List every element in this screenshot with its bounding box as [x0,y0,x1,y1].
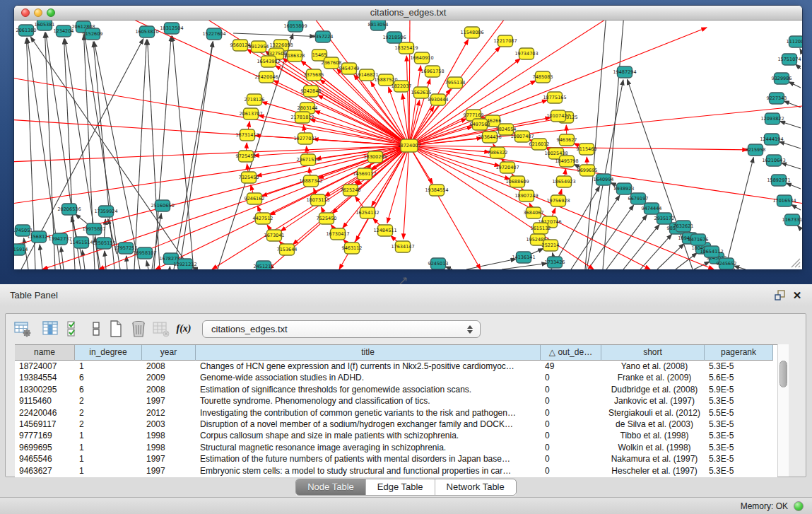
cell-in_degree[interactable]: 2 [75,419,142,430]
column-header-name[interactable]: name [15,345,75,361]
graph-node[interactable]: 9115460 [577,144,597,155]
cell-pagerank[interactable]: 5.3E-5 [705,430,773,441]
table-row[interactable]: 2242004622012Investigating the contribut… [15,407,773,419]
cell-pagerank[interactable]: 5.3E-5 [705,419,773,430]
graph-node[interactable]: 10688609 [505,176,529,187]
cell-title[interactable]: Corpus callosum shape and size in male p… [196,430,541,441]
cell-name[interactable]: 9465546 [15,453,75,465]
graph-node[interactable]: 17634147 [391,241,414,252]
graph-node[interactable]: 2451212 [254,261,274,269]
cell-out_degree[interactable]: 0 [541,442,601,453]
cell-in_degree[interactable]: 1 [75,430,142,441]
graph-node[interactable]: 18654923 [552,176,575,187]
cell-short[interactable]: Jankovic et al. (1997) [601,395,705,407]
cell-title[interactable]: Investigating the contribution of common… [196,407,541,419]
graph-node[interactable]: 19487294 [613,66,636,78]
graph-node[interactable]: 16210643 [762,155,785,166]
graph-node[interactable]: 18325419 [394,42,418,54]
graph-node[interactable]: 17359924 [94,206,117,217]
graph-node[interactable]: 9463112 [342,243,363,254]
graph-node[interactable]: 6216012 [529,139,550,150]
function-builder-icon[interactable]: f(x) [175,320,193,338]
graph-node[interactable]: 9152609 [83,28,103,40]
table-select-dropdown[interactable]: citations_edges.txt [202,320,481,338]
cell-in_degree[interactable]: 1 [75,361,142,372]
cell-pagerank[interactable]: 5.9E-5 [705,384,773,395]
graph-node[interactable]: 12444194 [760,134,783,145]
cell-short[interactable]: Dudbridge et al. (2008) [601,384,705,395]
network-window-titlebar[interactable]: citations_edges.txt [14,6,802,21]
cell-name[interactable]: 9463627 [15,465,75,477]
graph-node[interactable]: 18907249 [514,190,538,201]
cell-out_degree[interactable]: 0 [541,453,601,465]
new-file-icon[interactable] [107,320,125,338]
cell-in_degree[interactable]: 1 [75,442,142,453]
graph-node[interactable]: 16053809 [283,21,307,32]
cell-pagerank[interactable]: 5.3E-5 [705,361,773,372]
cell-pagerank[interactable]: 5.3E-5 [705,453,773,465]
graph-node[interactable]: 9246162 [245,193,265,204]
graph-node[interactable]: 16887342 [299,175,322,187]
cell-name[interactable]: 9115460 [15,395,75,407]
graph-node[interactable]: 9725452 [236,151,257,162]
cell-pagerank[interactable]: 5.3E-5 [705,465,773,477]
cell-out_degree[interactable]: 49 [541,361,601,372]
cell-out_degree[interactable]: 0 [541,430,601,441]
graph-node[interactable]: 18724007 [397,139,420,152]
cell-in_degree[interactable]: 2 [75,407,142,419]
graph-node[interactable]: 18312504 [160,23,183,34]
graph-node[interactable]: 20613707 [239,108,262,119]
cell-name[interactable]: 14569117 [15,419,75,430]
window-zoom-button[interactable] [47,8,55,17]
graph-node[interactable]: 7986322 [488,147,508,158]
table-row[interactable]: 946362711997Embryonic stem cells: a mode… [15,465,773,477]
graph-node[interactable]: 1640994 [594,174,614,185]
table-settings-icon[interactable] [13,320,32,338]
graph-node[interactable]: 7625240 [341,185,361,196]
cell-name[interactable]: 18300295 [15,384,75,395]
graph-node[interactable]: 1112004 [787,36,802,47]
cell-title[interactable]: Genome-wide association studies in ADHD. [196,372,541,383]
select-rows-icon[interactable] [66,320,84,338]
graph-node[interactable]: 1745051 [14,225,33,236]
column-header-title[interactable]: title [196,345,541,361]
show-columns-icon[interactable] [42,320,60,338]
graph-node[interactable]: 16640910 [410,52,433,64]
graph-node[interactable]: 19734703 [514,48,538,59]
trash-icon[interactable] [129,320,148,338]
graph-node[interactable]: 1234204 [54,25,74,37]
scrollbar-thumb[interactable] [779,361,787,387]
cell-title[interactable]: Changes of HCN gene expression and I(f) … [196,361,541,372]
cell-title[interactable]: Tourette syndrome. Phenomenology and cla… [196,395,541,407]
graph-node[interactable]: 7325450 [239,172,259,183]
graph-node[interactable]: 7632621 [673,221,694,232]
column-header-year[interactable]: year [142,345,196,361]
row-chooser-icon[interactable] [87,320,105,338]
column-header-pagerank[interactable]: pagerank [705,345,773,361]
graph-node[interactable]: 13942737 [48,233,71,245]
cell-title[interactable]: Embryonic stem cells: a model to study s… [196,465,541,477]
graph-node[interactable]: 9329986 [772,73,792,84]
graph-node[interactable]: 18731413 [235,129,259,141]
graph-node[interactable]: 8938923 [614,183,635,194]
graph-node[interactable]: 12093822 [760,113,784,124]
cell-short[interactable]: Franke et al. (2009) [601,372,705,383]
table-vertical-scrollbar[interactable] [777,344,789,477]
graph-node[interactable]: 19975887 [82,223,105,235]
graph-node[interactable]: 252214 [542,240,560,251]
graph-node[interactable]: 8471676 [688,234,709,245]
cell-year[interactable]: 2003 [142,419,196,430]
cell-year[interactable]: 2009 [142,372,196,383]
graph-node[interactable]: 20364436 [478,132,501,143]
cell-pagerank[interactable]: 5.3E-5 [705,442,773,453]
cell-year[interactable]: 1998 [142,442,196,453]
cell-short[interactable]: de Silva et al. (2003) [601,419,705,430]
graph-node[interactable]: 9245652 [717,258,737,269]
cell-short[interactable]: Nakamura et al. (1997) [601,453,705,465]
cell-title[interactable]: Structural magnetic resonance image aver… [196,442,541,453]
graph-node[interactable]: 19277031 [293,133,317,144]
window-close-button[interactable] [21,8,30,17]
graph-node[interactable]: 19720407 [495,162,519,173]
cell-in_degree[interactable]: 1 [75,453,142,465]
cell-name[interactable]: 22420046 [15,407,75,419]
